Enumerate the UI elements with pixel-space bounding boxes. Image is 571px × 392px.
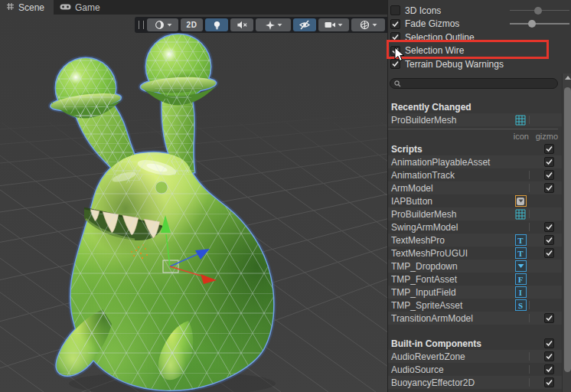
- row-label: AnimationPlayableAsset: [391, 157, 490, 168]
- chevron-down-icon: [277, 23, 282, 27]
- camera-settings-button[interactable]: [318, 18, 349, 31]
- gizmo-row-audioreverbzone: AudioReverbZone: [388, 350, 562, 363]
- tab-game[interactable]: Game: [54, 0, 109, 15]
- checkbox-checked[interactable]: [544, 248, 554, 258]
- checkbox-checked[interactable]: [544, 338, 554, 348]
- gizmo-row-textmeshpro: TextMeshProT: [388, 234, 562, 247]
- checkbox-checked[interactable]: [544, 144, 554, 154]
- option-row-fade-gizmos[interactable]: Fade Gizmos: [388, 18, 571, 31]
- tmp-F-icon[interactable]: F: [514, 273, 527, 286]
- iap-icon[interactable]: [514, 195, 527, 207]
- column-separator: [529, 352, 530, 361]
- scrollbar[interactable]: [562, 74, 571, 392]
- highlight-annotation: [387, 40, 549, 59]
- scene-view[interactable]: 2D: [0, 15, 387, 392]
- checkbox-checked[interactable]: [544, 170, 554, 180]
- checkbox-checked[interactable]: [544, 235, 554, 245]
- gizmo-row-tmp-dropdown: TMP_Dropdown: [388, 260, 562, 273]
- row-label: BuoyancyEffector2D: [391, 377, 475, 388]
- gizmo-row-iapbutton: IAPButton: [388, 194, 562, 207]
- checkbox-checked[interactable]: [544, 364, 554, 374]
- tmp-I-icon[interactable]: I: [514, 286, 527, 299]
- row-label: AudioSource: [391, 364, 444, 375]
- scroll-thumb[interactable]: [564, 87, 571, 372]
- tmp-tri-icon[interactable]: [514, 260, 527, 273]
- gamepad-icon: [60, 2, 71, 13]
- tab-scene[interactable]: Scene: [0, 0, 54, 15]
- column-separator: [529, 171, 530, 179]
- row-label: TMP_InputField: [391, 287, 456, 298]
- row-label: Scripts: [391, 144, 423, 155]
- checkbox-checked[interactable]: [544, 157, 554, 167]
- gizmo-row-tmp-spriteasset: TMP_SpriteAssetS: [388, 299, 562, 312]
- column-separator: [529, 365, 530, 374]
- mouse-cursor: [394, 47, 405, 62]
- bulb-icon: [212, 20, 222, 31]
- tmp-S-icon[interactable]: S: [514, 299, 527, 312]
- chevron-down-icon: [372, 23, 377, 27]
- audio-toggle-button[interactable]: [230, 18, 253, 31]
- gizmo-column-header: gizmo: [536, 132, 558, 141]
- tmp-T-icon[interactable]: T: [514, 247, 527, 260]
- gizmo-row-audiosource: AudioSource: [388, 363, 562, 376]
- gizmos-dropdown-panel: 3D IconsFade GizmosSelection OutlineSele…: [387, 0, 571, 392]
- checkbox-checked[interactable]: [544, 377, 554, 387]
- checkbox-checked[interactable]: [544, 351, 554, 361]
- gizmo-row-probuildermesh: ProBuilderMesh: [388, 113, 562, 126]
- gizmo-row-probuildermesh: ProBuilderMesh: [388, 207, 562, 220]
- column-separator: [529, 184, 530, 192]
- checkbox-checked[interactable]: [544, 313, 554, 323]
- gizmo-row-transitionarmmodel: TransitionArmModel: [388, 312, 562, 325]
- toolbar-drag-handle[interactable]: [139, 21, 144, 29]
- option-row-3d-icons[interactable]: 3D Icons: [388, 4, 571, 18]
- row-label: AnimationTrack: [391, 170, 455, 181]
- option-row-terrain-debug-warnings[interactable]: Terrain Debug Warnings: [388, 57, 571, 71]
- chevron-down-icon: [338, 23, 343, 27]
- checkbox-unchecked[interactable]: [390, 5, 400, 15]
- checkbox-checked[interactable]: [544, 183, 554, 193]
- checkbox-checked[interactable]: [390, 19, 400, 29]
- effects-toggle-button[interactable]: [256, 18, 291, 31]
- effects-icon: [265, 20, 276, 31]
- hidden-objects-toggle-button[interactable]: [293, 18, 316, 31]
- row-label: ProBuilderMesh: [391, 209, 456, 220]
- probuilder-grid-icon[interactable]: [514, 208, 527, 220]
- row-label: ProBuilderMesh: [391, 115, 456, 126]
- gizmos-menu-button[interactable]: [351, 18, 385, 31]
- divider: [388, 129, 558, 129]
- column-separator: [529, 116, 530, 124]
- row-label: TextMeshPro: [391, 235, 445, 246]
- camera-icon: [325, 21, 336, 29]
- chevron-down-icon: [167, 23, 172, 27]
- probuilder-grid-icon[interactable]: [514, 114, 527, 126]
- gizmo-row-armmodel: ArmModel: [388, 181, 562, 194]
- option-label: Fade Gizmos: [405, 18, 459, 29]
- row-label: IAPButton: [391, 196, 432, 207]
- scroll-up-arrow[interactable]: [565, 76, 571, 80]
- row-label: TextMeshProUGUI: [391, 248, 468, 259]
- eye-hidden-icon: [299, 20, 311, 30]
- column-separator: [529, 210, 530, 218]
- scene-3d-viewport[interactable]: [0, 15, 387, 392]
- checkbox-checked[interactable]: [544, 222, 554, 232]
- gizmo-list: Recently ChangedProBuilderMeshicongizmoS…: [388, 100, 562, 389]
- tmp-T-icon[interactable]: T: [514, 234, 527, 247]
- row-label: TMP_SpriteAsset: [391, 300, 462, 311]
- gizmo-row-tmp-inputfield: TMP_InputFieldI: [388, 286, 562, 299]
- row-label: AudioReverbZone: [391, 351, 465, 362]
- row-label: Built-in Components: [391, 338, 481, 349]
- gizmo-search-field[interactable]: [390, 78, 558, 89]
- scene-view-toolbar: 2D: [135, 17, 387, 33]
- option-label: 3D Icons: [405, 5, 441, 16]
- sphere-icon: [154, 19, 165, 31]
- column-separator: [529, 223, 530, 231]
- shading-mode-button[interactable]: [147, 18, 178, 31]
- icon-column-header: icon: [514, 132, 529, 141]
- 2d-toggle-button[interactable]: 2D: [181, 18, 203, 31]
- tab-label: Game: [75, 2, 100, 13]
- section-header-built-in-components: Built-in Components: [388, 337, 562, 350]
- row-label: ArmModel: [391, 183, 433, 194]
- unity-editor: SceneGame: [0, 0, 571, 392]
- lighting-toggle-button[interactable]: [205, 18, 228, 31]
- gizmo-row-swingarmmodel: SwingArmModel: [388, 220, 562, 234]
